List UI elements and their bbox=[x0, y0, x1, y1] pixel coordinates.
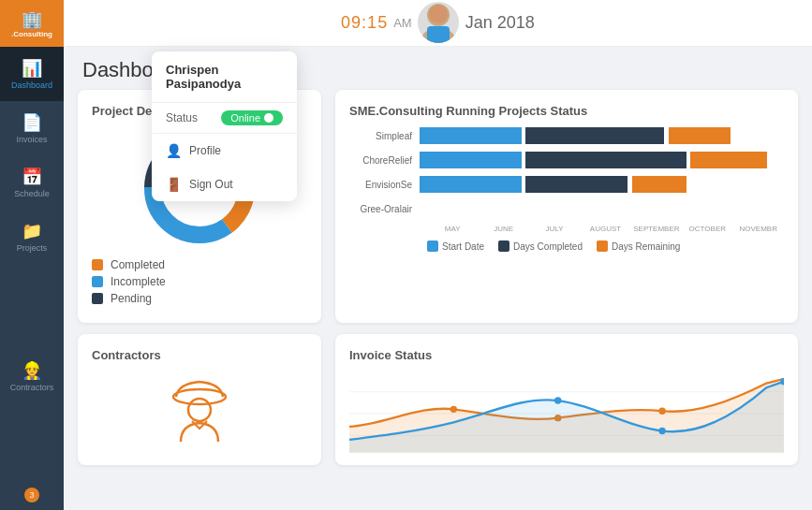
invoices-icon: 📄 bbox=[22, 112, 42, 133]
x-tick-june: JUNE bbox=[478, 225, 528, 233]
bar-chorerelief bbox=[420, 152, 784, 168]
online-text: Online bbox=[230, 112, 260, 124]
signout-label: Sign Out bbox=[189, 178, 233, 191]
schedule-icon: 📅 bbox=[22, 167, 42, 187]
svg-point-10 bbox=[173, 389, 226, 404]
sidebar-label-invoices: Invoices bbox=[16, 135, 47, 144]
sidebar-item-contractors[interactable]: 👷 Contractors bbox=[0, 349, 64, 403]
bar-start-simpleaf bbox=[420, 127, 522, 144]
svg-point-11 bbox=[188, 399, 211, 421]
status-toggle[interactable] bbox=[264, 113, 273, 123]
bar-label-gree: Gree-Oralair bbox=[349, 204, 420, 214]
bar-row-envisionse: EnvisionSe bbox=[349, 176, 784, 193]
x-tick-august: AUGUST bbox=[580, 225, 630, 233]
bar-start-chorerelief bbox=[420, 152, 522, 168]
logo-icon: 🏢 bbox=[22, 9, 42, 30]
contractors-card: Contractors bbox=[78, 334, 321, 465]
sidebar-item-schedule[interactable]: 📅 Schedule bbox=[0, 155, 64, 210]
chart-legend-dot-completed bbox=[498, 240, 509, 252]
svg-point-2 bbox=[429, 5, 448, 23]
svg-point-17 bbox=[658, 408, 665, 415]
chart-legend-completed: Days Completed bbox=[498, 240, 583, 252]
bar-label-simpleaf: Simpleaf bbox=[349, 131, 420, 141]
header-ampm: AM bbox=[393, 16, 412, 30]
svg-rect-3 bbox=[427, 26, 450, 43]
bar-completed-simpleaf bbox=[525, 127, 664, 144]
user-dropdown: Chrispen Pasipanodya Status Online 👤 Pro… bbox=[152, 51, 297, 201]
second-row: Contractors Invoice Status bbox=[64, 323, 812, 465]
svg-point-19 bbox=[658, 428, 665, 434]
sidebar: 🏢 .Consulting 📊 Dashboard 📄 Invoices 📅 S… bbox=[0, 0, 64, 510]
avatar-container[interactable] bbox=[416, 0, 461, 45]
signout-menu-item[interactable]: 🚪 Sign Out bbox=[152, 168, 297, 201]
legend-completed: Completed bbox=[92, 258, 307, 271]
profile-menu-item[interactable]: 👤 Profile bbox=[152, 134, 297, 168]
invoice-card: Invoice Status bbox=[335, 334, 798, 465]
running-projects-title: SME.Consulting Running Projects Status bbox=[349, 104, 784, 118]
bar-completed-envisionse bbox=[525, 176, 627, 193]
projects-icon: 📁 bbox=[22, 221, 42, 241]
bar-label-envisionse: EnvisionSe bbox=[349, 180, 420, 190]
invoice-title: Invoice Status bbox=[349, 348, 784, 362]
header: 09:15 AM | 01 Jan 2018 bbox=[64, 0, 812, 47]
sidebar-label-projects: Projects bbox=[17, 243, 48, 253]
chart-legend-bar: Start Date Days Completed Days Remaining bbox=[349, 240, 784, 252]
notification-badge: 3 bbox=[24, 488, 39, 503]
chart-legend-remaining: Days Remaining bbox=[597, 240, 680, 252]
chart-legend: Completed Incomplete Pending bbox=[92, 258, 307, 305]
bar-start-envisionse bbox=[420, 176, 522, 193]
svg-point-15 bbox=[450, 406, 457, 413]
dropdown-username: Chrispen Pasipanodya bbox=[152, 51, 297, 103]
chart-legend-label-start: Start Date bbox=[442, 241, 484, 252]
status-badge[interactable]: Online bbox=[221, 110, 283, 125]
x-tick-july: JULY bbox=[529, 225, 580, 233]
dashboard-icon: 📊 bbox=[22, 58, 42, 79]
chart-legend-label-remaining: Days Remaining bbox=[612, 241, 680, 252]
profile-icon: 👤 bbox=[166, 143, 182, 158]
legend-label-completed: Completed bbox=[111, 258, 165, 271]
chart-legend-dot-start bbox=[427, 240, 438, 252]
x-tick-may: MAY bbox=[427, 225, 478, 233]
legend-incomplete: Incomplete bbox=[92, 275, 307, 288]
x-tick-november: NOVEMBR bbox=[733, 225, 784, 233]
invoice-chart bbox=[349, 372, 784, 456]
bar-completed-chorerelief bbox=[525, 152, 686, 168]
x-axis: MAY JUNE JULY AUGUST SEPTEMBER OCTOBER N… bbox=[349, 225, 784, 233]
avatar[interactable] bbox=[416, 0, 461, 45]
bar-row-simpleaf: Simpleaf bbox=[349, 127, 784, 144]
bar-simpleaf bbox=[420, 127, 784, 144]
sidebar-item-dashboard[interactable]: 📊 Dashboard bbox=[0, 47, 64, 101]
chart-legend-dot-remaining bbox=[597, 240, 608, 252]
bar-remaining-envisionse bbox=[632, 176, 687, 193]
bar-envisionse bbox=[420, 176, 784, 193]
sidebar-item-invoices[interactable]: 📄 Invoices bbox=[0, 101, 64, 155]
x-tick-september: SEPTEMBER bbox=[631, 225, 682, 233]
chart-legend-start: Start Date bbox=[427, 240, 484, 252]
profile-label: Profile bbox=[189, 144, 221, 157]
contractors-icon: 👷 bbox=[22, 360, 42, 381]
sidebar-label-dashboard: Dashboard bbox=[11, 80, 52, 90]
legend-label-incomplete: Incomplete bbox=[111, 275, 166, 288]
sidebar-item-projects[interactable]: 📁 Projects bbox=[0, 210, 64, 264]
chart-legend-label-completed: Days Completed bbox=[513, 241, 583, 252]
legend-dot-completed bbox=[92, 259, 103, 270]
sidebar-label-contractors: Contractors bbox=[10, 383, 54, 392]
signout-icon: 🚪 bbox=[166, 177, 182, 192]
legend-pending: Pending bbox=[92, 292, 307, 305]
bar-label-chorerelief: ChoreRelief bbox=[349, 155, 420, 166]
bar-chart: Simpleaf ChoreRelief bbox=[349, 127, 784, 252]
bar-row-chorerelief: ChoreRelief bbox=[349, 152, 784, 168]
header-time: 09:15 bbox=[341, 13, 388, 33]
bar-gree bbox=[420, 200, 784, 217]
legend-dot-pending bbox=[92, 293, 103, 304]
logo-text: .Consulting bbox=[11, 30, 52, 38]
bar-remaining-chorerelief bbox=[690, 152, 767, 168]
dropdown-status-row: Status Online bbox=[152, 103, 297, 134]
status-label: Status bbox=[166, 111, 198, 124]
logo[interactable]: 🏢 .Consulting bbox=[0, 0, 64, 47]
contractor-icon bbox=[167, 376, 232, 462]
svg-point-18 bbox=[554, 397, 561, 403]
legend-dot-incomplete bbox=[92, 276, 103, 287]
running-projects-card: SME.Consulting Running Projects Status S… bbox=[335, 90, 798, 323]
bar-remaining-simpleaf bbox=[669, 127, 731, 144]
